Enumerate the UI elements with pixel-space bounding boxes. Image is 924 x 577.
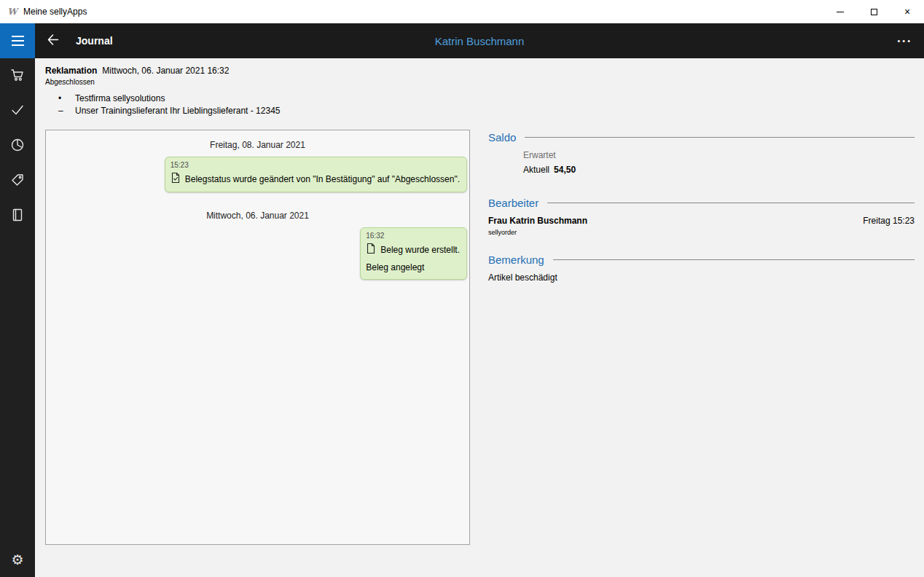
window-controls: × xyxy=(823,0,924,23)
section-heading: Bearbeiter xyxy=(488,197,915,209)
bullet-glyph: • xyxy=(58,93,75,103)
sidebar-item-journal[interactable] xyxy=(0,198,35,233)
check-icon xyxy=(10,103,25,119)
page-column: Journal Katrin Buschmann ••• Reklamation… xyxy=(35,23,924,577)
maximize-icon xyxy=(871,9,877,15)
list-item: • Testfirma sellysolutions xyxy=(45,93,924,103)
pie-chart-icon xyxy=(10,138,25,154)
saldo-value: 54,50 xyxy=(554,165,576,175)
bearbeiter-heading-label: Bearbeiter xyxy=(488,197,539,209)
journal-entry-row: 15:23 Belegstatus wurde geändert von "In… xyxy=(46,157,469,192)
sidebar-item-statistics[interactable] xyxy=(0,128,35,163)
entry-time: 16:32 xyxy=(366,232,460,240)
tag-icon xyxy=(10,173,25,189)
heading-rule xyxy=(547,203,915,203)
date-separator: Freitag, 08. Januar 2021 xyxy=(46,139,469,151)
bemerkung-text: Artikel beschädigt xyxy=(488,272,915,283)
hamburger-icon xyxy=(12,36,24,46)
main-area: ⚙ Journal Katrin Buschmann ••• Reklamati… xyxy=(0,23,924,577)
saldo-rows: Erwartet Aktuell 54,50 xyxy=(488,150,915,179)
entry-body: Beleg wurde erstellt. xyxy=(366,243,460,256)
bemerkung-heading-label: Bemerkung xyxy=(488,254,544,266)
section-bemerkung: Bemerkung Artikel beschädigt xyxy=(488,254,915,283)
more-icon: ••• xyxy=(897,36,912,45)
saldo-heading-label: Saldo xyxy=(488,131,516,144)
details-panel: Saldo Erwartet Aktuell 54,50 xyxy=(488,131,915,283)
sidebar-item-offers[interactable] xyxy=(0,163,35,198)
saldo-row-aktuell: Aktuell 54,50 xyxy=(523,165,915,179)
record-datetime: Mittwoch, 06. Januar 2021 16:32 xyxy=(102,66,229,76)
journal-book-icon xyxy=(10,208,25,224)
bearbeiter-app: sellyorder xyxy=(488,229,915,236)
entry-text: Belegstatus wurde geändert von "In Bestä… xyxy=(185,174,460,184)
titlebar: W Meine sellyApps × xyxy=(0,0,924,23)
heading-rule xyxy=(553,259,915,260)
entry-time: 15:23 xyxy=(171,161,460,170)
minimize-button[interactable] xyxy=(823,0,857,23)
party-name: Testfirma sellysolutions xyxy=(75,93,165,103)
saldo-label: Erwartet xyxy=(523,150,556,160)
record-party-list: • Testfirma sellysolutions – Unser Train… xyxy=(45,93,924,116)
entry-note: Beleg angelegt xyxy=(366,262,460,273)
page-header: Journal Katrin Buschmann ••• xyxy=(35,23,924,58)
minimize-icon xyxy=(837,12,844,12)
menu-button[interactable] xyxy=(0,23,35,58)
party-name: Unser Trainingslieferant Ihr Lieblingsli… xyxy=(75,106,281,116)
app-logo-icon: W xyxy=(7,6,18,17)
record-summary: ReklamationMittwoch, 06. Januar 2021 16:… xyxy=(45,66,924,116)
document-status-icon xyxy=(171,172,181,186)
maximize-button[interactable] xyxy=(857,0,890,23)
date-separator: Mittwoch, 06. Januar 2021 xyxy=(46,210,469,221)
record-status: Abgeschlossen xyxy=(45,78,924,87)
content-area: ReklamationMittwoch, 06. Januar 2021 16:… xyxy=(35,58,924,577)
entry-body: Belegstatus wurde geändert von "In Bestä… xyxy=(171,172,460,186)
sidebar-item-orders[interactable] xyxy=(0,58,35,93)
more-button[interactable]: ••• xyxy=(893,23,917,58)
document-icon xyxy=(366,243,376,256)
sidebar-item-settings[interactable]: ⚙ xyxy=(0,542,35,577)
saldo-label: Aktuell xyxy=(523,165,549,175)
sidebar: ⚙ xyxy=(0,23,35,577)
cart-icon xyxy=(10,68,25,85)
app-window: W Meine sellyApps × xyxy=(0,0,924,577)
titlebar-left: W Meine sellyApps xyxy=(0,6,87,17)
section-saldo: Saldo Erwartet Aktuell 54,50 xyxy=(488,131,915,179)
bullet-glyph: – xyxy=(58,106,75,116)
bearbeiter-name: Frau Katrin Buschmann xyxy=(488,216,587,226)
saldo-row-erwartet: Erwartet xyxy=(523,150,915,165)
sidebar-item-tasks[interactable] xyxy=(0,93,35,128)
close-button[interactable]: × xyxy=(890,0,924,23)
gear-icon: ⚙ xyxy=(11,553,23,567)
record-type: Reklamation xyxy=(45,66,97,76)
sidebar-spacer xyxy=(0,233,35,542)
journal-entry-row: 16:32 Beleg wurde erstellt. Beleg angele… xyxy=(46,227,469,280)
bearbeiter-row: Frau Katrin Buschmann Freitag 15:23 xyxy=(488,216,915,226)
journal-timeline-panel: Freitag, 08. Januar 2021 15:23 Belegstat… xyxy=(45,130,470,545)
bearbeiter-time: Freitag 15:23 xyxy=(863,216,915,226)
journal-entry-bubble[interactable]: 16:32 Beleg wurde erstellt. Beleg angele… xyxy=(360,227,467,280)
heading-rule xyxy=(525,137,915,138)
journal-entry-bubble[interactable]: 15:23 Belegstatus wurde geändert von "In… xyxy=(165,157,467,192)
section-bearbeiter: Bearbeiter Frau Katrin Buschmann Freitag… xyxy=(488,197,915,236)
close-icon: × xyxy=(904,6,910,17)
entry-text: Beleg wurde erstellt. xyxy=(380,245,460,255)
window-title: Meine sellyApps xyxy=(23,7,87,17)
section-heading: Saldo xyxy=(488,131,915,144)
record-headline: ReklamationMittwoch, 06. Januar 2021 16:… xyxy=(45,66,924,76)
list-item: – Unser Trainingslieferant Ihr Lieblings… xyxy=(45,106,924,116)
customer-name-link[interactable]: Katrin Buschmann xyxy=(35,35,924,47)
section-heading: Bemerkung xyxy=(488,254,915,266)
